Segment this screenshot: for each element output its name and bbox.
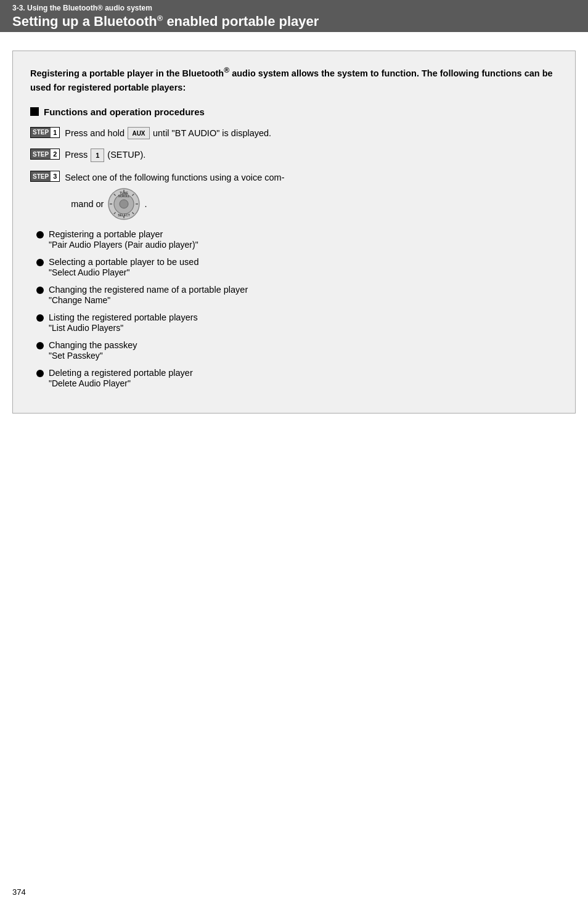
bullet-circle-4 xyxy=(36,314,44,322)
bullet-5-text: Changing the passkey xyxy=(49,340,137,350)
step-2-row: STEP 2 Press 1 (SETUP). xyxy=(30,149,558,162)
bullet-5-quote: "Set Passkey" xyxy=(36,351,558,361)
info-box: Registering a portable player in the Blu… xyxy=(12,51,576,414)
page-num-text: 374 xyxy=(12,887,26,897)
step-num-1: 1 xyxy=(51,128,59,137)
section-heading: Functions and operation procedures xyxy=(30,107,558,117)
header-bar: 3-3. Using the Bluetooth® audio system S… xyxy=(0,0,588,32)
step-label-1: STEP xyxy=(31,128,51,137)
step3-text-part1: Select one of the following functions us… xyxy=(65,171,284,185)
bullet-1-quote: "Pair Audio Players (Pair audio player)" xyxy=(36,240,558,250)
page-wrapper: 3-3. Using the Bluetooth® audio system S… xyxy=(0,0,588,909)
bullet-item-1: Registering a portable player "Pair Audi… xyxy=(36,229,558,250)
title-suffix: enabled portable player xyxy=(166,14,319,29)
bullet-circle-1 xyxy=(36,231,44,238)
step3-text-part2: mand or xyxy=(71,197,104,211)
intro-paragraph: Registering a portable player in the Blu… xyxy=(30,65,558,95)
step3-text-line: Select one of the following functions us… xyxy=(65,171,284,185)
step-label-2: STEP xyxy=(31,149,51,159)
knob-svg: TUNE SCROLL SELECT xyxy=(107,187,141,221)
bullet-6-quote: "Delete Audio Player" xyxy=(36,378,558,388)
bullet-list: Registering a portable player "Pair Audi… xyxy=(30,229,558,388)
bullet-item-1-title: Registering a portable player xyxy=(36,229,558,239)
bullet-1-text: Registering a portable player xyxy=(49,229,163,239)
step-num-2: 2 xyxy=(51,149,59,159)
bullet-3-text: Changing the registered name of a portab… xyxy=(49,285,248,295)
heading-square-icon xyxy=(30,107,39,116)
bullet-item-2: Selecting a portable player to be used "… xyxy=(36,257,558,277)
title-prefix: Setting up a Bluetooth xyxy=(12,14,157,29)
num-1-button: 1 xyxy=(91,149,104,162)
step-label-3: STEP xyxy=(31,171,51,181)
bullet-3-quote: "Change Name" xyxy=(36,295,558,305)
bullet-item-5-title: Changing the passkey xyxy=(36,340,558,350)
step3-mand-line: mand or xyxy=(65,187,284,221)
main-content: Registering a portable player in the Blu… xyxy=(0,32,588,450)
bullet-circle-3 xyxy=(36,287,44,294)
page-number: 374 xyxy=(12,887,26,897)
step2-text-after: (SETUP). xyxy=(107,149,145,162)
aux-button: AUX xyxy=(128,127,150,139)
knob-icon: TUNE SCROLL SELECT xyxy=(107,187,141,221)
bullet-circle-5 xyxy=(36,342,44,349)
svg-point-10 xyxy=(120,200,128,208)
step3-period: . xyxy=(144,197,147,211)
superscript: ® xyxy=(157,14,163,23)
step-3-row: STEP 3 Select one of the following funct… xyxy=(30,171,558,221)
step-1-badge: STEP 1 xyxy=(30,127,60,138)
bullet-circle-6 xyxy=(36,370,44,377)
bullet-item-4: Listing the registered portable players … xyxy=(36,312,558,333)
bullet-4-text: Listing the registered portable players xyxy=(49,312,198,322)
bullet-item-6-title: Deleting a registered portable player xyxy=(36,368,558,378)
step-1-content: Press and hold AUX until "BT AUDIO" is d… xyxy=(65,127,271,141)
step1-text-before: Press and hold xyxy=(65,127,125,141)
bullet-6-text: Deleting a registered portable player xyxy=(49,368,193,378)
bullet-item-3: Changing the registered name of a portab… xyxy=(36,285,558,305)
bullet-item-2-title: Selecting a portable player to be used xyxy=(36,257,558,267)
svg-text:SELECT: SELECT xyxy=(118,213,131,217)
heading-text: Functions and operation procedures xyxy=(44,107,205,117)
bullet-item-3-title: Changing the registered name of a portab… xyxy=(36,285,558,295)
step-3-badge: STEP 3 xyxy=(30,171,60,182)
bullet-item-5: Changing the passkey "Set Passkey" xyxy=(36,340,558,361)
step-2-badge: STEP 2 xyxy=(30,149,60,160)
header-title: Setting up a Bluetooth® enabled portable… xyxy=(12,14,576,30)
bullet-circle-2 xyxy=(36,259,44,266)
step-1-row: STEP 1 Press and hold AUX until "BT AUDI… xyxy=(30,127,558,141)
bullet-2-quote: "Select Audio Player" xyxy=(36,267,558,277)
svg-text:SCROLL: SCROLL xyxy=(118,195,130,198)
step-num-3: 3 xyxy=(51,171,59,181)
header-subtitle: 3-3. Using the Bluetooth® audio system xyxy=(12,4,576,12)
step1-text-after: until "BT AUDIO" is displayed. xyxy=(153,127,271,141)
step-3-content: Select one of the following functions us… xyxy=(65,171,284,221)
step2-text-before: Press xyxy=(65,149,88,162)
bullet-item-6: Deleting a registered portable player "D… xyxy=(36,368,558,388)
bullet-4-quote: "List Audio Players" xyxy=(36,323,558,333)
subtitle-text: 3-3. Using the Bluetooth® audio system xyxy=(12,4,152,12)
bullet-2-text: Selecting a portable player to be used xyxy=(49,257,198,267)
bullet-item-4-title: Listing the registered portable players xyxy=(36,312,558,322)
step-2-content: Press 1 (SETUP). xyxy=(65,149,145,162)
